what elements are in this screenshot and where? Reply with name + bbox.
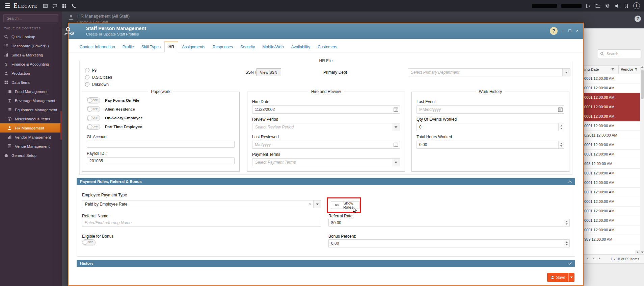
dropdown-arrow-icon[interactable] <box>392 159 400 166</box>
qty-events-input[interactable] <box>417 123 564 131</box>
history-section-header[interactable]: History <box>77 260 575 267</box>
table-row-selected[interactable]: 0001 12:00:00 AM <box>583 93 640 102</box>
vertical-scrollbar[interactable] <box>640 65 644 254</box>
last-reviewed-input[interactable] <box>252 141 400 149</box>
save-button[interactable]: Save <box>547 273 574 282</box>
sidebar-item-food-management[interactable]: Food Management <box>0 87 62 96</box>
table-row[interactable]: 0001 12:00:00 AM <box>583 150 640 159</box>
phone-icon[interactable] <box>71 3 76 8</box>
grid-icon[interactable] <box>62 3 67 8</box>
table-row[interactable]: 0001 12:00:00 AM <box>583 216 640 225</box>
logout-icon[interactable] <box>586 3 591 8</box>
tab-mobile-web[interactable]: Mobile/Web <box>259 42 287 52</box>
expand-chevron-icon[interactable] <box>568 261 571 264</box>
table-row[interactable]: 8/2011 12:00:00 AM <box>583 131 640 140</box>
referral-rate-input[interactable] <box>328 219 570 227</box>
payment-terms-dropdown[interactable]: Select Payment Terms <box>252 158 400 166</box>
minimize-icon[interactable]: – <box>561 28 564 33</box>
dropdown-arrow-icon[interactable] <box>313 200 321 208</box>
table-row[interactable]: 0001 12:00:00 AM <box>583 225 640 235</box>
table-row[interactable]: 0001 12:00:00 AM <box>583 121 640 131</box>
news-icon[interactable] <box>43 3 48 8</box>
on-salary-toggle[interactable]: OFF <box>87 115 100 121</box>
sidebar-item-data-items[interactable]: Data Items <box>0 78 62 87</box>
pay-forms-toggle[interactable]: OFF <box>87 97 100 103</box>
radio-button[interactable] <box>85 82 89 87</box>
table-row[interactable]: 0001 12:00:00 AM <box>583 74 640 84</box>
tab-availability[interactable]: Availability <box>287 42 314 52</box>
user-circle-icon[interactable]: i <box>633 2 640 9</box>
primary-dept-dropdown[interactable]: Select Primary Department <box>408 68 570 76</box>
save-dropdown-arrow-icon[interactable] <box>569 273 574 282</box>
tab-hr[interactable]: HR <box>164 42 178 52</box>
number-spinner[interactable] <box>558 141 564 148</box>
tab-skill-types[interactable]: Skill Types <box>138 42 164 52</box>
tab-profile[interactable]: Profile <box>119 42 138 52</box>
filter-funnel-icon[interactable] <box>611 68 615 71</box>
table-row[interactable]: 0001 12:00:00 AM <box>583 197 640 207</box>
close-icon[interactable]: × <box>576 28 579 33</box>
chat-icon[interactable] <box>52 3 57 8</box>
dropdown-arrow-icon[interactable] <box>392 123 400 131</box>
column-header-vendor[interactable]: Vendor <box>621 67 633 71</box>
hamburger-menu-icon[interactable]: ☰ <box>5 2 10 9</box>
table-row[interactable]: 0001 12:00:00 AM <box>583 178 640 188</box>
bonus-percent-input[interactable] <box>328 239 570 247</box>
part-time-toggle[interactable]: OFF <box>87 124 100 130</box>
table-row-selected[interactable]: 0001 12:00:00 AM <box>583 102 640 112</box>
table-row[interactable]: 0001 12:00:00 AM <box>583 188 640 197</box>
calendar-icon[interactable] <box>558 107 563 112</box>
help-icon[interactable]: ? <box>635 16 641 22</box>
sidebar-item-dashboard[interactable]: Dashboard (PowerBI) <box>0 41 62 50</box>
table-row[interactable]: 989 12:00:00 AM <box>583 235 640 244</box>
megaphone-icon[interactable] <box>614 3 619 8</box>
clear-icon[interactable]: × <box>309 201 312 207</box>
table-row[interactable]: 0001 12:00:00 AM <box>583 84 640 93</box>
maximize-icon[interactable]: □ <box>568 28 571 33</box>
dialog-header[interactable]: Staff Person Management Create or Update… <box>69 23 583 39</box>
tab-responses[interactable]: Responses <box>209 42 237 52</box>
gear-icon[interactable] <box>605 3 610 8</box>
number-spinner[interactable] <box>564 240 569 247</box>
radio-row-i9[interactable]: I-9 <box>85 67 112 74</box>
review-period-dropdown[interactable]: Select Review Period <box>252 123 400 131</box>
horizontal-scroll-right-arrow[interactable] <box>636 250 640 254</box>
collapse-chevron-icon[interactable] <box>568 181 571 184</box>
sidebar-item-equipment-management[interactable]: Equipment Management <box>0 105 62 114</box>
scrollbar-thumb[interactable] <box>641 70 644 99</box>
radio-row-unknown[interactable]: Unknown <box>85 81 112 88</box>
dialog-help-icon[interactable]: ? <box>550 27 558 35</box>
last-event-input[interactable] <box>417 105 564 114</box>
table-row[interactable]: 0001 12:00:00 AM <box>583 169 640 178</box>
tab-security[interactable]: Security <box>237 42 259 52</box>
sidebar-item-hr-management[interactable]: HR Management <box>0 123 62 133</box>
scroll-up-icon[interactable] <box>641 66 644 68</box>
sidebar-item-beverage-management[interactable]: Beverage Management <box>0 96 62 105</box>
table-search-input[interactable] <box>606 51 639 56</box>
sidebar-item-miscellaneous-items[interactable]: Miscellaneous Items <box>0 114 62 123</box>
tab-assignments[interactable]: Assignments <box>178 42 209 52</box>
tab-customers[interactable]: Customers <box>314 42 341 52</box>
page-first-icon[interactable] <box>587 257 588 259</box>
page-prev-icon[interactable] <box>593 257 594 259</box>
radio-button[interactable] <box>85 68 89 72</box>
number-spinner[interactable] <box>558 123 564 131</box>
referral-name-input[interactable] <box>82 219 321 227</box>
tab-contact-information[interactable]: Contact Information <box>76 42 119 52</box>
folder-icon[interactable] <box>595 3 600 8</box>
employee-payment-type-combobox[interactable]: Paid by Employee Rate × <box>82 200 321 208</box>
hire-date-input[interactable] <box>252 105 400 114</box>
payroll-id-input[interactable] <box>87 157 235 164</box>
radio-button[interactable] <box>85 75 89 79</box>
sidebar-item-venue-management[interactable]: Venue Management <box>0 142 62 151</box>
view-ssn-button[interactable]: View SSN <box>256 68 281 76</box>
total-hours-input[interactable] <box>417 141 564 149</box>
gl-account-input[interactable] <box>87 141 235 148</box>
page-next-icon[interactable] <box>599 257 600 259</box>
sidebar-search-input[interactable] <box>6 16 56 21</box>
number-spinner[interactable] <box>564 219 569 227</box>
table-row-selected[interactable]: 0001 12:00:00 AM <box>583 112 640 121</box>
payment-rules-section-header[interactable]: Payment Rules, Referral & Bonus <box>77 178 575 185</box>
sidebar-item-general-setup[interactable]: General Setup <box>0 151 62 160</box>
sidebar-item-production[interactable]: Production <box>0 69 62 78</box>
